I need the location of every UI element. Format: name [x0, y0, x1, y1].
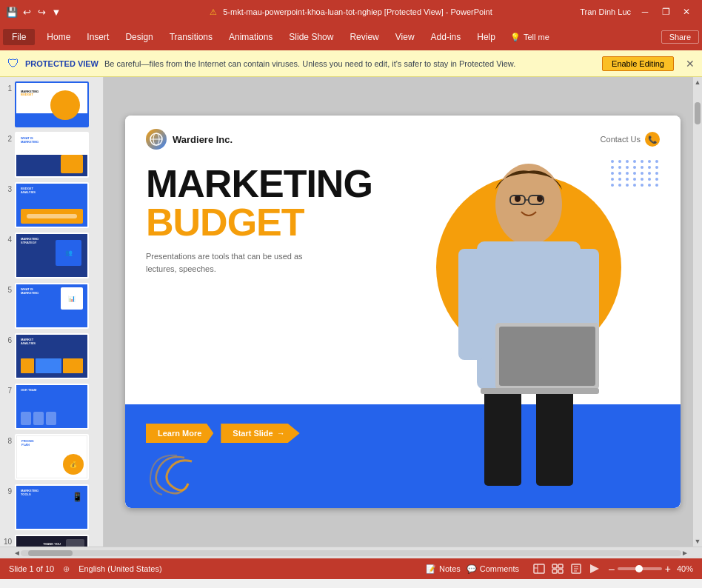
slide-canvas: Wardiere Inc. Contact Us 📞 [125, 116, 681, 508]
accessibility-icon: ⊕ [63, 564, 70, 574]
status-bar: Slide 1 of 10 ⊕ English (United States) … [0, 558, 702, 579]
slide-image-9: MARKETINGTOOLS 📱 [15, 484, 89, 530]
share-button[interactable]: Share [661, 30, 699, 44]
scroll-thumb-vertical[interactable] [695, 102, 701, 124]
zoom-slider[interactable] [618, 567, 662, 570]
svg-rect-22 [552, 569, 557, 573]
slide-image-1: MARKETINGBUDGET [15, 81, 89, 127]
slide-thumb-6[interactable]: 6 MARKETANALYSIS [3, 333, 100, 379]
slideshow-view-button[interactable] [586, 562, 603, 575]
save-icon[interactable]: 💾 [6, 6, 18, 18]
menu-file[interactable]: File [3, 29, 35, 45]
slide-num-10: 10 [3, 538, 12, 546]
slide-info: Slide 1 of 10 [9, 564, 54, 573]
menu-view[interactable]: View [388, 29, 422, 45]
slide-thumb-7[interactable]: 7 OUR TEAM [3, 384, 100, 430]
main-layout: 1 MARKETINGBUDGET 2 WHAT ISMARKETING [0, 77, 702, 547]
reading-view-button[interactable] [568, 562, 584, 575]
redo-icon[interactable]: ↪ [36, 6, 47, 18]
title-bar-left: 💾 ↩ ↪ ▼ [6, 6, 62, 18]
slide-thumb-1[interactable]: 1 MARKETINGBUDGET [3, 81, 100, 127]
slide-thumb-4[interactable]: 4 MARKETINGSTRATEGY 👥 [3, 233, 100, 278]
slide-image-2: WHAT ISMARKETING [15, 132, 89, 178]
customize-icon[interactable]: ▼ [50, 6, 62, 18]
language: English (United States) [78, 564, 162, 573]
normal-view-button[interactable] [531, 562, 547, 575]
svg-rect-8 [536, 390, 573, 486]
comments-tab[interactable]: 💬 Comments [467, 564, 519, 574]
slide-header: Wardiere Inc. Contact Us 📞 [125, 116, 681, 157]
menu-help[interactable]: Help [469, 29, 503, 45]
right-scrollbar[interactable]: ▲ ▼ [693, 77, 702, 547]
slide-num-3: 3 [3, 185, 12, 193]
title-bar-right: Tran Dinh Luc ─ ❐ ✕ [580, 4, 696, 19]
zoom-level: 40% [677, 564, 693, 573]
undo-icon[interactable]: ↩ [21, 6, 33, 18]
slide-image-3: BUDGETANALYSIS [15, 182, 89, 228]
slide-thumb-10[interactable]: 10 THANK YOUFOR ALL YOURATTENTION [3, 535, 100, 547]
svg-rect-10 [499, 327, 595, 386]
logo-icon [146, 129, 167, 150]
zoom-minus-button[interactable]: – [609, 563, 615, 575]
zoom-controls: – + 40% [609, 563, 693, 575]
menu-animations[interactable]: Animations [221, 29, 280, 45]
scroll-down-arrow[interactable]: ▼ [693, 536, 702, 547]
enable-editing-button[interactable]: Enable Editing [602, 56, 674, 71]
notes-tab[interactable]: 📝 Notes [426, 564, 461, 574]
scroll-up-arrow[interactable]: ▲ [693, 77, 702, 87]
slide-thumb-3[interactable]: 3 BUDGETANALYSIS [3, 182, 100, 228]
menu-addins[interactable]: Add-ins [424, 29, 469, 45]
menu-transitions[interactable]: Transitions [162, 29, 220, 45]
menu-design[interactable]: Design [118, 29, 160, 45]
comments-label: Comments [480, 564, 519, 573]
marketing-title: MARKETING [146, 164, 660, 203]
contact-label: Contact Us [601, 135, 641, 144]
slide-num-4: 4 [3, 235, 12, 244]
slide-thumb-2[interactable]: 2 WHAT ISMARKETING [3, 132, 100, 178]
swirl-decoration [147, 454, 199, 501]
slide-thumb-9[interactable]: 9 MARKETINGTOOLS 📱 [3, 484, 100, 530]
slide-num-2: 2 [3, 135, 12, 143]
notes-icon: 📝 [426, 564, 436, 574]
svg-rect-7 [484, 390, 521, 486]
slide-image-7: OUR TEAM [15, 384, 89, 430]
restore-button[interactable]: ❐ [656, 4, 675, 19]
slide-image-8: PRICINGPLAN 💰 [15, 434, 89, 480]
zoom-plus-button[interactable]: + [665, 563, 671, 575]
learn-more-button[interactable]: Learn More [146, 424, 213, 443]
protected-view-bar: 🛡 PROTECTED VIEW Be careful—files from t… [0, 50, 702, 77]
tell-me-field[interactable]: 💡 Tell me [510, 33, 549, 42]
svg-rect-21 [558, 564, 563, 568]
menu-home[interactable]: Home [39, 29, 78, 45]
slide-thumb-8[interactable]: 8 PRICINGPLAN 💰 [3, 434, 100, 480]
slide-body: MARKETING BUDGET Presentations are tools… [125, 157, 681, 282]
close-button[interactable]: ✕ [677, 4, 696, 19]
protected-label: PROTECTED VIEW [25, 59, 98, 68]
slide-thumb-5[interactable]: 5 WHAT ISMARKETING 📊 [3, 283, 100, 329]
slide-num-8: 8 [3, 437, 12, 445]
title-bar: 💾 ↩ ↪ ▼ ⚠ 5-mkt-mau-powerpoint-khoa-luan… [0, 0, 702, 24]
close-bar-icon[interactable]: ✕ [686, 58, 695, 70]
window-controls: ─ ❐ ✕ [635, 4, 696, 19]
slide-num-9: 9 [3, 487, 12, 495]
slide-num-6: 6 [3, 336, 12, 344]
dot-pattern [611, 160, 660, 187]
start-slide-label: Start Slide [233, 429, 273, 438]
minimize-button[interactable]: ─ [635, 4, 655, 19]
menu-slideshow[interactable]: Slide Show [281, 29, 341, 45]
start-slide-button[interactable]: Start Slide → [221, 424, 299, 443]
scroll-thumb-horizontal[interactable] [28, 550, 73, 556]
comments-icon: 💬 [467, 564, 477, 574]
menu-insert[interactable]: Insert [79, 29, 116, 45]
scroll-left-arrow[interactable]: ◄ [13, 549, 21, 557]
title-bar-center: ⚠ 5-mkt-mau-powerpoint-khoa-luan-tot-ngh… [210, 7, 492, 17]
slide-buttons: Learn More Start Slide → [146, 424, 300, 443]
scroll-track [21, 550, 681, 556]
scroll-right-arrow[interactable]: ► [681, 549, 689, 557]
menu-bar: File Home Insert Design Transitions Anim… [0, 24, 702, 50]
tell-me-label: Tell me [524, 33, 549, 41]
slide-sorter-button[interactable] [549, 562, 566, 575]
arrow-icon: → [277, 429, 285, 438]
menu-review[interactable]: Review [342, 29, 386, 45]
slide-image-5: WHAT ISMARKETING 📊 [15, 283, 89, 329]
